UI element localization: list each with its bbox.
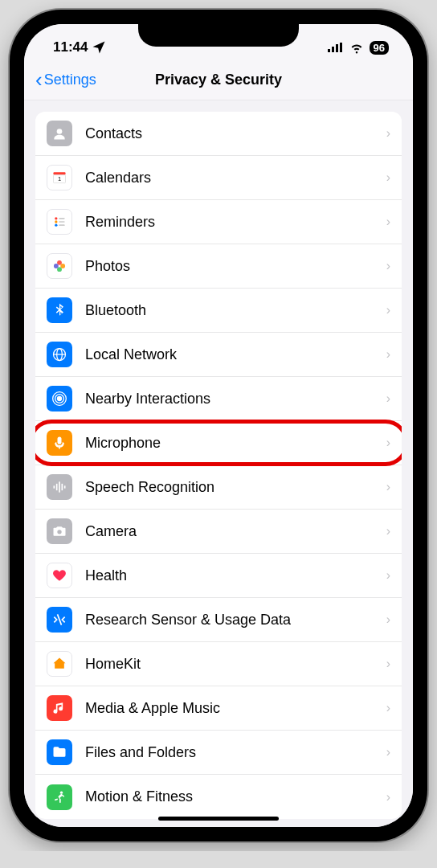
row-microphone[interactable]: Microphone › bbox=[35, 421, 402, 465]
row-homekit[interactable]: HomeKit › bbox=[35, 642, 402, 686]
svg-point-9 bbox=[55, 220, 57, 223]
contacts-icon bbox=[47, 121, 72, 146]
row-label: Motion & Fitness bbox=[85, 788, 386, 805]
battery-level: 96 bbox=[370, 41, 389, 55]
svg-rect-24 bbox=[58, 437, 62, 444]
notch bbox=[138, 23, 299, 47]
row-files-folders[interactable]: Files and Folders › bbox=[35, 731, 402, 775]
svg-rect-12 bbox=[59, 221, 65, 223]
svg-rect-3 bbox=[340, 43, 342, 52]
microphone-icon bbox=[47, 430, 72, 456]
chevron-right-icon: › bbox=[386, 568, 390, 583]
chevron-right-icon: › bbox=[386, 126, 390, 141]
cellular-icon bbox=[328, 39, 344, 55]
row-nearby-interactions[interactable]: Nearby Interactions › bbox=[35, 377, 402, 421]
svg-rect-27 bbox=[59, 481, 60, 492]
chevron-right-icon: › bbox=[386, 215, 390, 229]
row-bluetooth[interactable]: Bluetooth › bbox=[35, 289, 402, 333]
photos-icon bbox=[47, 253, 72, 279]
row-label: Speech Recognition bbox=[85, 479, 386, 496]
row-label: Contacts bbox=[85, 125, 386, 142]
row-label: Files and Folders bbox=[85, 744, 386, 761]
row-reminders[interactable]: Reminders › bbox=[35, 200, 402, 244]
chevron-right-icon: › bbox=[386, 347, 390, 362]
row-label: Camera bbox=[85, 523, 386, 540]
local-network-icon bbox=[47, 342, 72, 367]
music-icon bbox=[47, 695, 72, 721]
back-label: Settings bbox=[44, 72, 96, 88]
screen: 11:44 96 ‹ Settings Privacy & Securit bbox=[24, 24, 413, 827]
row-photos[interactable]: Photos › bbox=[35, 244, 402, 289]
location-icon bbox=[91, 39, 107, 55]
svg-text:1: 1 bbox=[58, 175, 61, 182]
status-time: 11:44 bbox=[53, 39, 88, 55]
calendars-icon: 1 bbox=[47, 165, 72, 190]
svg-point-16 bbox=[57, 267, 62, 272]
row-health[interactable]: Health › bbox=[35, 554, 402, 598]
svg-point-4 bbox=[57, 129, 63, 134]
svg-rect-28 bbox=[62, 484, 63, 490]
svg-rect-5 bbox=[54, 172, 66, 174]
svg-point-21 bbox=[58, 397, 62, 401]
svg-point-31 bbox=[60, 791, 63, 793]
row-label: Microphone bbox=[85, 435, 386, 452]
row-camera[interactable]: Camera › bbox=[35, 510, 402, 554]
page-title: Privacy & Security bbox=[155, 72, 282, 88]
chevron-right-icon: › bbox=[386, 391, 390, 406]
chevron-right-icon: › bbox=[386, 259, 390, 273]
nearby-interactions-icon bbox=[47, 386, 72, 411]
row-label: Nearby Interactions bbox=[85, 391, 386, 407]
row-label: Bluetooth bbox=[85, 302, 386, 319]
svg-rect-25 bbox=[54, 485, 55, 488]
svg-point-8 bbox=[55, 217, 57, 219]
svg-point-14 bbox=[57, 260, 62, 265]
settings-list-container: Contacts › 1 Calendars › Reminders › bbox=[24, 100, 413, 827]
chevron-right-icon: › bbox=[386, 303, 390, 317]
row-label: Calendars bbox=[85, 170, 386, 186]
svg-rect-11 bbox=[59, 218, 65, 219]
chevron-right-icon: › bbox=[386, 524, 390, 538]
status-right: 96 bbox=[328, 39, 389, 55]
row-label: Photos bbox=[85, 258, 386, 275]
chevron-right-icon: › bbox=[386, 745, 390, 760]
row-label: Health bbox=[85, 567, 386, 584]
bluetooth-icon bbox=[47, 297, 72, 323]
row-label: Media & Apple Music bbox=[85, 700, 386, 717]
homekit-icon bbox=[47, 651, 72, 677]
chevron-right-icon: › bbox=[386, 701, 390, 715]
svg-point-30 bbox=[57, 530, 61, 534]
svg-point-15 bbox=[60, 264, 65, 268]
row-calendars[interactable]: 1 Calendars › bbox=[35, 156, 402, 200]
chevron-right-icon: › bbox=[386, 612, 390, 627]
status-left: 11:44 bbox=[53, 39, 107, 55]
speech-recognition-icon bbox=[47, 474, 72, 500]
svg-point-17 bbox=[54, 264, 59, 268]
reminders-icon bbox=[47, 209, 72, 235]
wifi-icon bbox=[349, 39, 365, 55]
motion-fitness-icon bbox=[47, 784, 72, 810]
camera-icon bbox=[47, 518, 72, 544]
chevron-right-icon: › bbox=[386, 480, 390, 494]
row-local-network[interactable]: Local Network › bbox=[35, 333, 402, 377]
settings-list[interactable]: Contacts › 1 Calendars › Reminders › bbox=[35, 112, 402, 819]
health-icon bbox=[47, 563, 72, 588]
row-media-apple-music[interactable]: Media & Apple Music › bbox=[35, 686, 402, 731]
row-motion-fitness[interactable]: Motion & Fitness › bbox=[35, 775, 402, 819]
svg-rect-1 bbox=[332, 47, 334, 52]
svg-rect-0 bbox=[328, 49, 330, 52]
chevron-right-icon: › bbox=[386, 790, 390, 805]
row-label: Local Network bbox=[85, 346, 386, 363]
row-speech-recognition[interactable]: Speech Recognition › bbox=[35, 465, 402, 510]
row-research-sensor[interactable]: Research Sensor & Usage Data › bbox=[35, 598, 402, 642]
svg-rect-13 bbox=[59, 224, 65, 226]
back-button[interactable]: ‹ Settings bbox=[35, 69, 96, 90]
svg-rect-29 bbox=[64, 485, 66, 488]
home-indicator[interactable] bbox=[158, 817, 279, 821]
row-label: Research Sensor & Usage Data bbox=[85, 612, 386, 628]
svg-rect-26 bbox=[56, 484, 58, 490]
folder-icon bbox=[47, 739, 72, 765]
chevron-right-icon: › bbox=[386, 170, 390, 185]
chevron-right-icon: › bbox=[386, 436, 390, 450]
row-contacts[interactable]: Contacts › bbox=[35, 112, 402, 156]
chevron-left-icon: ‹ bbox=[35, 69, 43, 90]
